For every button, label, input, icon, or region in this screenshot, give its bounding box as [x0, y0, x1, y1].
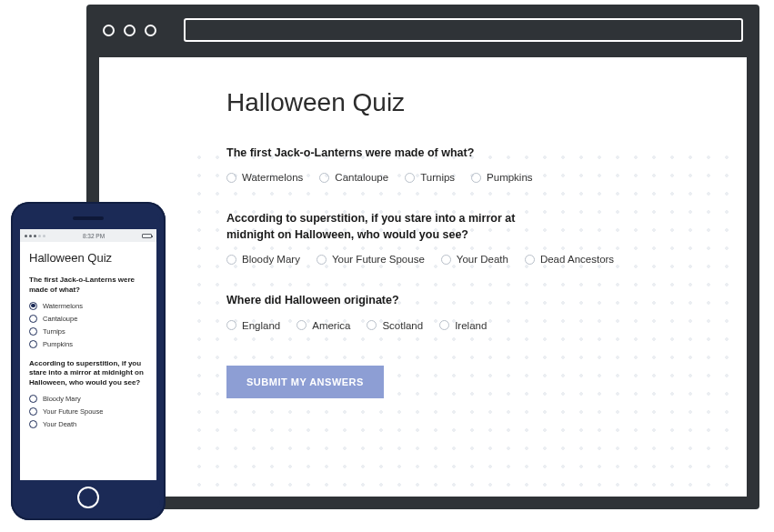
radio-icon: [405, 173, 415, 183]
radio-icon: [29, 420, 37, 428]
radio-icon: [226, 320, 236, 330]
option-label: Bloody Mary: [43, 395, 81, 403]
status-time: 8:32 PM: [83, 233, 105, 239]
options-row: Bloody Mary Your Future Spouse Your Deat…: [226, 254, 710, 265]
status-bar: 8:32 PM: [20, 229, 156, 242]
radio-icon: [319, 173, 329, 183]
option[interactable]: Bloody Mary: [29, 395, 147, 403]
question-block: According to superstition, if you stare …: [226, 210, 710, 265]
phone-screen: 8:32 PM Halloween Quiz The first Jack-o-…: [20, 229, 156, 480]
option-label: Turnips: [420, 172, 455, 183]
radio-icon: [441, 255, 451, 265]
option[interactable]: England: [226, 320, 280, 331]
option[interactable]: Pumpkins: [29, 340, 147, 348]
page-title: Halloween Quiz: [226, 88, 710, 117]
option-label: Your Future Spouse: [43, 407, 103, 416]
radio-icon: [471, 173, 481, 183]
option[interactable]: Your Death: [441, 254, 508, 265]
speaker-icon: [73, 216, 104, 220]
option-label: America: [312, 320, 350, 331]
question-text: According to superstition, if you stare …: [226, 210, 554, 243]
phone-home-area: [16, 480, 160, 515]
radio-icon: [29, 327, 37, 336]
page-body: Halloween Quiz The first Jack-o-Lanterns…: [99, 57, 747, 497]
browser-window: Halloween Quiz The first Jack-o-Lanterns…: [86, 5, 759, 509]
radio-icon: [29, 407, 37, 416]
radio-icon: [29, 340, 37, 348]
option-label: Bloody Mary: [242, 254, 300, 265]
question-block: The first Jack-o-Lanterns were made of w…: [226, 145, 710, 183]
address-bar[interactable]: [184, 18, 743, 42]
radio-icon: [525, 255, 535, 265]
option-label: England: [242, 320, 280, 331]
option-label: Turnips: [43, 327, 65, 336]
option[interactable]: Watermelons: [226, 172, 303, 183]
question-block: Where did Halloween originate? England A…: [226, 292, 710, 330]
option[interactable]: Cantaloupe: [29, 315, 147, 323]
traffic-light-icon[interactable]: [103, 25, 115, 36]
option-label: Pumpkins: [43, 340, 73, 348]
radio-icon: [297, 320, 307, 330]
option-label: Ireland: [455, 320, 487, 331]
option-label: Watermelons: [43, 302, 83, 310]
question-text: The first Jack-o-Lanterns were made of w…: [226, 145, 554, 161]
option[interactable]: Watermelons: [29, 302, 147, 310]
question-text: Where did Halloween originate?: [226, 292, 554, 308]
page-title: Halloween Quiz: [29, 251, 147, 265]
option[interactable]: Ireland: [439, 320, 487, 331]
option[interactable]: Turnips: [29, 327, 147, 336]
option[interactable]: Cantaloupe: [319, 172, 388, 183]
radio-icon: [367, 320, 377, 330]
option[interactable]: Pumpkins: [471, 172, 533, 183]
option-label: Cantaloupe: [335, 172, 388, 183]
phone-device: 8:32 PM Halloween Quiz The first Jack-o-…: [11, 202, 166, 520]
option-label: Cantaloupe: [43, 315, 77, 323]
phone-speaker-area: [16, 207, 160, 229]
home-button[interactable]: [77, 487, 99, 508]
signal-icon: [25, 235, 45, 237]
submit-button[interactable]: SUBMIT MY ANSWERS: [226, 366, 384, 398]
option[interactable]: Your Future Spouse: [317, 254, 425, 265]
radio-icon: [439, 320, 449, 330]
radio-icon: [29, 395, 37, 403]
option-label: Dead Ancestors: [540, 254, 614, 265]
option-label: Your Death: [43, 420, 76, 428]
radio-icon: [226, 173, 236, 183]
browser-chrome: [86, 5, 759, 57]
question-block: The first Jack-o-Lanterns were made of w…: [29, 276, 147, 348]
option[interactable]: Your Death: [29, 420, 147, 428]
question-block: According to superstition, if you stare …: [29, 359, 147, 428]
option[interactable]: Bloody Mary: [226, 254, 300, 265]
option-label: Scotland: [382, 320, 423, 331]
traffic-light-icon[interactable]: [145, 25, 156, 36]
radio-icon: [29, 315, 37, 323]
options-row: England America Scotland Ireland: [226, 320, 710, 331]
option-label: Pumpkins: [487, 172, 533, 183]
radio-icon: [29, 302, 37, 310]
option[interactable]: Dead Ancestors: [525, 254, 614, 265]
radio-icon: [317, 255, 327, 265]
option-label: Your Future Spouse: [332, 254, 425, 265]
option[interactable]: Scotland: [367, 320, 423, 331]
option-label: Watermelons: [242, 172, 303, 183]
radio-icon: [226, 255, 236, 265]
question-text: The first Jack-o-Lanterns were made of w…: [29, 276, 147, 296]
option[interactable]: America: [297, 320, 350, 331]
battery-icon: [142, 234, 152, 238]
option[interactable]: Turnips: [405, 172, 455, 183]
option[interactable]: Your Future Spouse: [29, 407, 147, 416]
question-text: According to superstition, if you stare …: [29, 359, 147, 388]
traffic-light-icon[interactable]: [124, 25, 136, 36]
options-row: Watermelons Cantaloupe Turnips Pumpkins: [226, 172, 710, 183]
option-label: Your Death: [457, 254, 508, 265]
